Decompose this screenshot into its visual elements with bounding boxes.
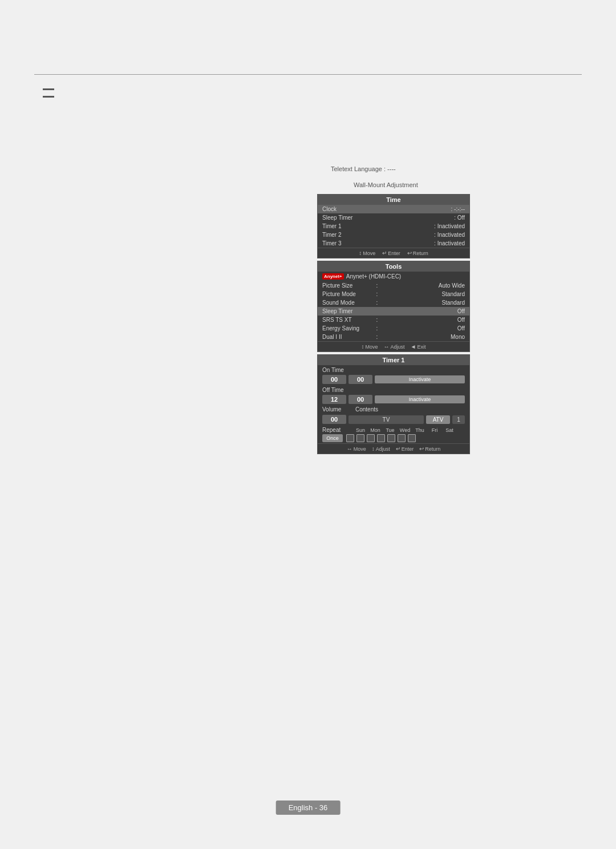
day-thu: Thu (414, 427, 426, 433)
timer1-label: Timer 1 (322, 223, 342, 229)
picture-mode-label: Picture Mode (322, 291, 374, 297)
panels-container: Time Clock : -:-:-- Sleep Timer : Off Ti… (317, 194, 470, 454)
tools-footer-move: ↕ Move (362, 343, 378, 350)
timer-footer-adjust: ↕ Adjust (372, 446, 390, 452)
time-footer-return-label: Return (413, 250, 428, 256)
checkbox-wed[interactable] (377, 434, 385, 442)
tools-exit-label: Exit (417, 344, 425, 350)
timer-footer-enter: ↵ Enter (396, 446, 414, 452)
top-rule (34, 74, 582, 75)
tv-label-box[interactable]: TV (348, 415, 424, 424)
wallmount-text: Wall-Mount Adjustment (354, 181, 418, 188)
once-button[interactable]: Once (322, 434, 343, 442)
sound-mode-value: Standard (380, 300, 465, 306)
time-row-timer3[interactable]: Timer 3 : Inactivated (318, 239, 469, 248)
timer-footer: ↔ Move ↕ Adjust ↵ Enter ↩ Return (318, 443, 469, 454)
checkbox-sat[interactable] (408, 434, 416, 442)
timer2-value: : Inactivated (434, 232, 465, 238)
checkbox-fri[interactable] (398, 434, 406, 442)
timer-enter-label: Enter (402, 446, 414, 452)
tools-sleep-value: Off (380, 308, 465, 314)
time-footer-enter-label: Enter (388, 250, 400, 256)
energy-label: Energy Saving (322, 325, 374, 331)
timer-updown-icon: ↕ (372, 446, 375, 452)
tools-move-label: Move (366, 344, 378, 350)
tools-exit-icon: ◄ (411, 343, 416, 350)
day-tue: Tue (384, 427, 396, 433)
timer1-panel: Timer 1 On Time 00 00 Inactivate Off Tim… (317, 354, 470, 454)
tools-adjust-label: Adjust (391, 344, 405, 350)
checkbox-thu[interactable] (387, 434, 395, 442)
time-footer-move: ↕ Move (359, 250, 375, 256)
top-icon (43, 88, 54, 98)
timer-return-icon: ↩ (419, 446, 424, 452)
on-time-min[interactable]: 00 (348, 375, 372, 384)
timer-footer-move: ↔ Move (347, 446, 366, 452)
teletext-label: Teletext Language : ---- (331, 165, 396, 172)
sleep-timer-value: : Off (454, 215, 465, 221)
time-row-timer2[interactable]: Timer 2 : Inactivated (318, 231, 469, 239)
checkbox-sun[interactable] (346, 434, 354, 442)
time-panel: Time Clock : -:-:-- Sleep Timer : Off Ti… (317, 194, 470, 258)
tools-row-picture-size[interactable]: Picture Size : Auto Wide (318, 281, 469, 290)
on-time-hour[interactable]: 00 (322, 375, 346, 384)
on-time-inactivate-btn[interactable]: Inactivate (375, 375, 465, 383)
sound-mode-label: Sound Mode (322, 300, 374, 306)
updown-arrow-icon: ↕ (359, 250, 362, 256)
tools-row-sleep-timer[interactable]: Sleep Timer Off (318, 307, 469, 316)
time-row-timer1[interactable]: Timer 1 : Inactivated (318, 222, 469, 231)
off-time-inactivate-btn[interactable]: Inactivate (375, 395, 465, 403)
srs-label: SRS TS XT (322, 317, 374, 323)
tools-updown-icon: ↕ (362, 343, 364, 350)
checkbox-mon[interactable] (356, 434, 364, 442)
timer-return-label: Return (425, 446, 440, 452)
timer-leftright-icon: ↔ (347, 446, 352, 452)
time-footer-move-label: Move (363, 250, 375, 256)
volume-label: Volume (322, 406, 351, 413)
clock-label: Clock (322, 206, 337, 212)
repeat-section: Repeat Sun Mon Tue Wed Thu Fri Sat Once (318, 425, 469, 443)
checkbox-tue[interactable] (367, 434, 375, 442)
channel-number[interactable]: 1 (452, 415, 465, 424)
energy-value: Off (380, 325, 465, 331)
volume-channel-row: 00 TV ATV 1 (318, 414, 469, 425)
colon5: : (374, 317, 380, 323)
page-label: English - 36 (276, 801, 341, 815)
colon6: : (374, 325, 380, 331)
time-row-sleep[interactable]: Sleep Timer : Off (318, 213, 469, 222)
teletext-text: Teletext Language (331, 165, 382, 172)
anynet-row[interactable]: Anynet+ Anynet+ (HDMI-CEC) (318, 272, 469, 281)
repeat-days-row: Once (322, 434, 465, 442)
wallmount-label: Wall-Mount Adjustment (354, 181, 418, 188)
day-labels: Sun Mon Tue Wed Thu Fri Sat (354, 427, 456, 433)
on-time-label: On Time (318, 365, 469, 374)
tools-row-srs[interactable]: SRS TS XT : Off (318, 316, 469, 324)
picture-size-value: Auto Wide (380, 282, 465, 289)
day-mon: Mon (369, 427, 382, 433)
timer-enter-icon: ↵ (396, 446, 400, 452)
off-time-min[interactable]: 00 (348, 395, 372, 404)
dual-value: Mono (380, 334, 465, 340)
off-time-inputs: 12 00 Inactivate (318, 394, 469, 405)
day-wed: Wed (399, 427, 411, 433)
tools-panel: Tools Anynet+ Anynet+ (HDMI-CEC) Picture… (317, 261, 470, 352)
srs-value: Off (380, 317, 465, 323)
off-time-hour[interactable]: 12 (322, 395, 346, 404)
off-time-label: Off Time (318, 385, 469, 394)
timer-footer-return: ↩ Return (419, 446, 440, 452)
dual-label: Dual I II (322, 334, 374, 340)
anynet-badge: Anynet+ (322, 273, 344, 280)
enter-icon: ↵ (382, 250, 387, 256)
day-fri: Fri (428, 427, 441, 433)
tools-row-energy[interactable]: Energy Saving : Off (318, 324, 469, 333)
timer3-value: : Inactivated (434, 240, 465, 246)
tools-sleep-label: Sleep Timer (322, 308, 374, 314)
time-row-clock[interactable]: Clock : -:-:-- (318, 205, 469, 213)
tools-row-picture-mode[interactable]: Picture Mode : Standard (318, 290, 469, 298)
atv-label-box[interactable]: ATV (426, 415, 450, 424)
colon7: : (374, 334, 380, 340)
tools-row-sound-mode[interactable]: Sound Mode : Standard (318, 298, 469, 307)
repeat-label: Repeat (322, 427, 351, 433)
volume-value[interactable]: 00 (322, 415, 346, 424)
tools-row-dual[interactable]: Dual I II : Mono (318, 333, 469, 341)
